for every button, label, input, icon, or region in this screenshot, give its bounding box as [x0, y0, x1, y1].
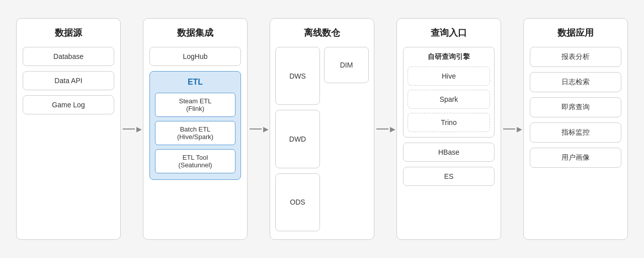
- application-column-wrapper: 数据应用 报表分析 日志检索 即席查询 指标监控 用户画像: [523, 18, 628, 240]
- etl-title: ETL: [155, 78, 235, 87]
- integration-title: 数据集成: [177, 27, 213, 39]
- dwd-card: DWD: [275, 110, 320, 168]
- dataapi-card: Data API: [23, 71, 114, 90]
- application-column: 数据应用 报表分析 日志检索 即席查询 指标监控 用户画像: [523, 18, 628, 240]
- application-title: 数据应用: [557, 27, 594, 39]
- metrics-monitor-card: 指标监控: [530, 122, 621, 143]
- integration-column-wrapper: 数据集成 LogHub ETL Steam ETL(Flink) Batch E…: [143, 18, 248, 240]
- hbase-card: HBase: [403, 143, 495, 162]
- user-portrait-card: 用户画像: [530, 148, 621, 168]
- adhoc-query-card: 即席查询: [530, 97, 621, 117]
- steam-etl-card: Steam ETL(Flink): [155, 93, 235, 117]
- trino-card: Trino: [408, 113, 490, 132]
- offline-title: 离线数仓: [304, 27, 340, 39]
- query-engine-title: 自研查询引擎: [428, 52, 470, 61]
- report-analysis-card: 报表分析: [530, 47, 621, 67]
- datasource-column-wrapper: 数据源 Database Data API Game Log: [16, 18, 121, 240]
- hive-card: Hive: [408, 67, 490, 86]
- datasource-title: 数据源: [55, 27, 82, 39]
- etltool-card: ETL Tool(Seatunnel): [155, 149, 235, 173]
- offline-left: DWS DWD ODS: [275, 47, 320, 231]
- loghub-card: LogHub: [149, 47, 241, 66]
- offline-column: 离线数仓 DWS DWD ODS DIM: [270, 18, 374, 240]
- query-title: 查询入口: [431, 27, 467, 39]
- batch-etl-card: Batch ETL(Hive/Spark): [155, 121, 235, 145]
- integration-column: 数据集成 LogHub ETL Steam ETL(Flink) Batch E…: [143, 18, 248, 240]
- datasource-column: 数据源 Database Data API Game Log: [16, 18, 121, 240]
- spark-card: Spark: [408, 90, 490, 109]
- query-column-wrapper: 查询入口 自研查询引擎 Hive Spark Trino HBase ES: [396, 18, 501, 240]
- es-card: ES: [403, 167, 495, 186]
- offline-inner: DWS DWD ODS DIM: [275, 47, 369, 231]
- database-card: Database: [23, 47, 114, 66]
- offline-right: DIM: [324, 47, 369, 231]
- gamelog-card: Game Log: [23, 95, 114, 114]
- log-search-card: 日志检索: [530, 72, 621, 92]
- offline-column-wrapper: 离线数仓 DWS DWD ODS DIM: [270, 18, 374, 240]
- etl-group: ETL Steam ETL(Flink) Batch ETL(Hive/Spar…: [149, 71, 241, 180]
- query-engine-group: 自研查询引擎 Hive Spark Trino: [403, 47, 495, 138]
- architecture-diagram: 数据源 Database Data API Game Log 数据集成 LogH…: [0, 6, 644, 252]
- ods-card: ODS: [275, 173, 320, 231]
- dim-card: DIM: [324, 47, 369, 83]
- query-column: 查询入口 自研查询引擎 Hive Spark Trino HBase ES: [396, 18, 501, 240]
- dws-card: DWS: [275, 47, 320, 105]
